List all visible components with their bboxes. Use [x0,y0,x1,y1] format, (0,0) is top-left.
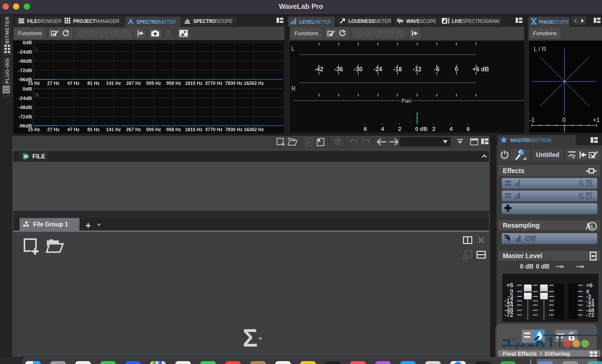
svg-text:-24dB: -24dB [18,95,32,101]
svg-text:L: L [291,45,295,52]
svg-text:16262 Hz: 16262 Hz [244,81,264,86]
svg-text:+6 dB: +6 dB [473,66,489,73]
svg-text:-48dB: -48dB [18,105,32,110]
svg-text:Pan: Pan [401,98,411,104]
svg-text:4: 4 [381,126,384,132]
svg-text:-36: -36 [334,66,343,73]
svg-text:47 Hz: 47 Hz [67,81,79,86]
svg-text:-6: -6 [434,66,439,73]
svg-text:141 Hz: 141 Hz [106,127,121,132]
svg-text:+6: +6 [506,282,513,289]
svg-text:-24dB: -24dB [18,49,32,55]
svg-text:S: S [578,191,584,199]
svg-text:2: 2 [432,126,435,132]
svg-text:R: R [291,85,296,92]
svg-text:1815 Hz: 1815 Hz [185,81,202,86]
svg-text:0: 0 [455,66,458,73]
svg-text:+1: +1 [593,117,600,123]
svg-text:0 dB: 0 dB [415,126,428,132]
svg-text:15 Hz: 15 Hz [28,81,40,86]
svg-text:R: R [35,92,39,98]
svg-text:-1: -1 [529,117,535,123]
svg-text:-42: -42 [315,66,323,73]
svg-text:-72: -72 [586,312,594,318]
svg-text:-18: -18 [393,66,402,73]
svg-text:2: 2 [398,126,401,132]
svg-text:81 Hz: 81 Hz [87,127,99,132]
svg-text:-72dB: -72dB [18,114,32,119]
svg-text:+6: +6 [586,282,593,289]
svg-text:7830 Hz: 7830 Hz [225,81,242,86]
svg-text:-72dB: -72dB [18,68,32,73]
svg-text:81 Hz: 81 Hz [87,81,99,86]
svg-text:0dB: 0dB [23,40,32,45]
svg-text:L: L [35,46,39,52]
svg-text:3770 Hz: 3770 Hz [205,81,222,86]
svg-text:7830 Hz: 7830 Hz [225,127,242,132]
svg-text:141 Hz: 141 Hz [106,81,121,86]
svg-text:267 Hz: 267 Hz [126,127,141,132]
svg-text:6: 6 [364,126,367,132]
svg-text:-12: -12 [413,66,421,73]
svg-text:3770 Hz: 3770 Hz [205,127,222,132]
svg-text:15 Hz: 15 Hz [28,127,40,132]
svg-text:-72: -72 [505,311,513,318]
svg-text:16262 Hz: 16262 Hz [244,127,264,132]
svg-text:-30: -30 [354,66,362,73]
svg-text:505 Hz: 505 Hz [146,127,161,132]
svg-text:267 Hz: 267 Hz [126,81,141,86]
svg-text:0: 0 [562,117,566,123]
svg-text:27 Hz: 27 Hz [47,127,59,132]
svg-text:4: 4 [449,126,453,132]
svg-text:958 Hz: 958 Hz [166,81,181,86]
svg-text:6: 6 [467,126,470,132]
svg-text:S: S [578,179,584,187]
svg-text:-24: -24 [374,66,382,73]
svg-text:0dB: 0dB [23,86,32,92]
svg-text:958 Hz: 958 Hz [166,127,181,132]
svg-text:47 Hz: 47 Hz [67,127,79,132]
svg-text:L / R: L / R [534,46,546,53]
svg-text:505 Hz: 505 Hz [146,81,161,86]
svg-text:1815 Hz: 1815 Hz [185,127,202,132]
svg-text:27 Hz: 27 Hz [47,81,59,86]
svg-text:Off: Off [525,234,536,242]
svg-text:L: L [591,224,594,229]
svg-text:-48dB: -48dB [18,58,32,64]
